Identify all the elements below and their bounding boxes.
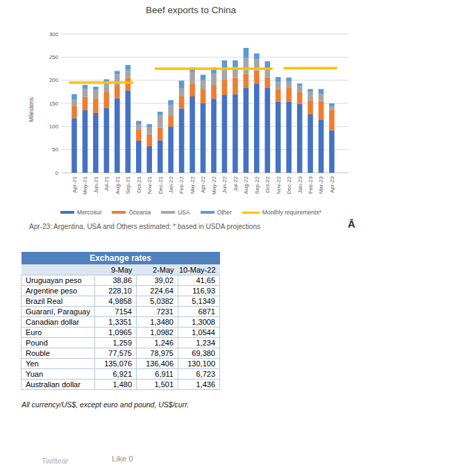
bar-segment-oceania xyxy=(126,78,131,90)
legend-item-usa: USA xyxy=(161,209,189,216)
x-tick-label: May-21 xyxy=(82,176,88,194)
legend-label: Mercosur xyxy=(77,209,101,216)
bar-segment-oceania xyxy=(307,100,313,114)
bar-segment-other xyxy=(254,53,260,59)
bar-segment-mercosur xyxy=(211,99,217,173)
x-tick-label: Apr-22 xyxy=(200,176,206,193)
bar-segment-mercosur xyxy=(179,108,185,173)
bar-segment-usa xyxy=(297,85,303,92)
rate-value: 1,0544 xyxy=(178,328,220,338)
table-row: Pound1,2591,2461,234 xyxy=(22,338,220,348)
bar-segment-usa xyxy=(83,89,88,96)
bar-segment-other xyxy=(179,80,185,88)
bar-segment-oceania xyxy=(297,92,303,104)
legend-label: Oceania xyxy=(128,209,151,216)
rate-value: 5,0382 xyxy=(137,296,178,307)
bar-segment-oceania xyxy=(93,99,99,113)
bar-segment-usa xyxy=(211,74,217,85)
bar-segment-mercosur xyxy=(233,94,238,173)
x-tick-label: Jun-21 xyxy=(93,176,99,193)
bar-segment-mercosur xyxy=(115,99,120,173)
table-row: Brazil Real4,98585,03825,1349 xyxy=(22,296,220,307)
bar-segment-mercosur xyxy=(319,119,324,173)
y-tick-label: 250 xyxy=(49,54,59,60)
beef-exports-chart: 050100150200250300Apr-21May-21Jun-21Jul-… xyxy=(28,26,354,205)
rate-value: 130,100 xyxy=(178,359,220,369)
bar-segment-other xyxy=(201,75,206,80)
page: Beef exports to China 050100150200250300… xyxy=(0,0,472,476)
table-row: Guaraní, Paraguay715472316871 xyxy=(22,307,220,317)
bar-segment-oceania xyxy=(233,78,238,94)
bar-segment-other xyxy=(93,87,99,90)
x-tick-label: Jan-22 xyxy=(168,176,174,193)
currency-label: Yuan xyxy=(22,369,95,380)
y-tick-label: 200 xyxy=(49,77,59,83)
table-row: Yuan6,9216,9116,723 xyxy=(22,369,220,380)
rate-value: 39,02 xyxy=(137,275,178,286)
x-tick-label: Dec-21 xyxy=(158,176,164,194)
column-header: 2-May xyxy=(137,264,178,275)
rate-value: 1,3351 xyxy=(95,317,137,328)
y-tick-label: 50 xyxy=(52,146,58,153)
bar-segment-other xyxy=(286,78,292,81)
bar-segment-oceania xyxy=(136,129,142,141)
bar-segment-other xyxy=(71,94,77,100)
legend-item-monthly-requirements-: Monthly requirements* xyxy=(242,209,321,216)
bar-segment-oceania xyxy=(265,78,271,88)
table-title-row: Exchange rates xyxy=(22,252,220,264)
x-tick-label: Nov-22 xyxy=(276,176,282,194)
bar-segment-usa xyxy=(136,124,142,129)
bar-segment-usa xyxy=(286,81,292,87)
bar-segment-usa xyxy=(329,106,335,110)
bar-segment-oceania xyxy=(211,85,217,99)
bar-segment-usa xyxy=(126,69,131,78)
chart-legend: MercosurOceaniaUSAOtherMonthly requireme… xyxy=(25,209,357,216)
bar-segment-mercosur xyxy=(329,130,335,173)
currency-label: Argentine peso xyxy=(22,286,95,296)
legend-item-other: Other xyxy=(201,209,232,216)
bar-segment-mercosur xyxy=(146,146,152,173)
x-tick-label: Sep-22 xyxy=(254,176,260,194)
like-button[interactable]: Like 0 xyxy=(112,454,133,463)
legend-item-oceania: Oceania xyxy=(112,209,151,216)
bar-segment-mercosur xyxy=(126,90,131,173)
bar-segment-mercosur xyxy=(136,141,142,173)
legend-line-swatch xyxy=(242,212,260,214)
bar-segment-oceania xyxy=(104,92,110,108)
table-row: Australian dollar1,4801,5011,436 xyxy=(22,380,220,390)
legend-label: Other xyxy=(217,209,232,216)
rate-value: 38,86 xyxy=(95,275,137,286)
rate-value: 1,0965 xyxy=(95,328,137,338)
rate-value: 6,921 xyxy=(95,369,137,380)
rate-value: 4,9858 xyxy=(95,296,137,307)
bar-segment-usa xyxy=(179,88,185,96)
x-tick-label: Jul-22 xyxy=(233,176,239,191)
bar-segment-oceania xyxy=(201,90,206,103)
bar-segment-other xyxy=(319,89,324,94)
x-tick-label: Feb-22 xyxy=(178,176,185,194)
legend-color-swatch xyxy=(161,211,175,214)
bar-segment-usa xyxy=(276,82,281,89)
legend-label: USA xyxy=(178,209,189,216)
table-row: Uruguayan peso38,8639,0241,65 xyxy=(22,275,220,286)
rate-value: 41,65 xyxy=(178,275,220,286)
bar-segment-oceania xyxy=(319,101,324,120)
x-tick-label: Jul-21 xyxy=(103,176,110,191)
bar-segment-mercosur xyxy=(168,126,174,173)
x-tick-label: May-22 xyxy=(211,176,217,194)
rate-value: 136,406 xyxy=(137,359,178,369)
bar-segment-oceania xyxy=(222,79,228,95)
bar-segment-usa xyxy=(104,83,110,92)
bar-segment-usa xyxy=(244,58,249,74)
bar-segment-mercosur xyxy=(244,87,249,173)
bar-segment-mercosur xyxy=(104,108,110,173)
x-tick-label: Aug-22 xyxy=(243,176,249,194)
rate-value: 1,0982 xyxy=(137,328,178,338)
table-title: Exchange rates xyxy=(22,252,220,264)
currency-label: Canadian dollar xyxy=(22,317,95,328)
table-row: Rouble77,57578,97569,380 xyxy=(22,348,220,359)
bar-segment-oceania xyxy=(276,89,281,102)
tweet-button[interactable]: Twittear xyxy=(42,457,69,465)
rate-value: 78,975 xyxy=(137,348,178,359)
bar-segment-usa xyxy=(307,92,313,100)
